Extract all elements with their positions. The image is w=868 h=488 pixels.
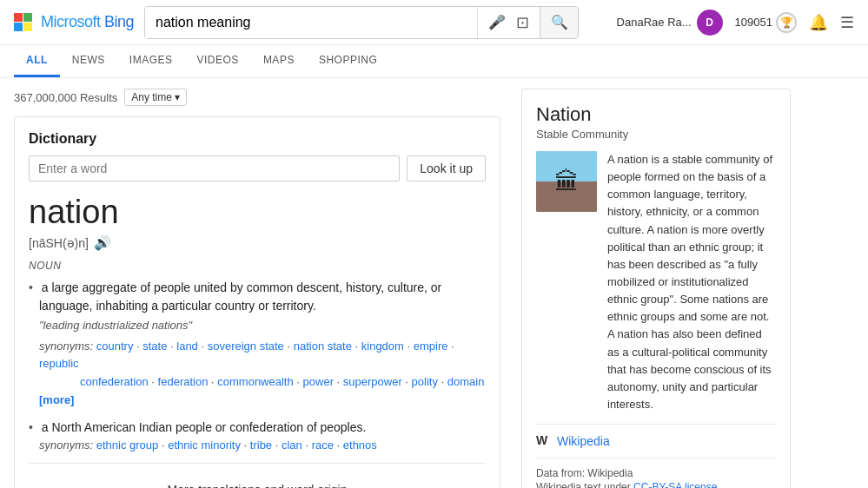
syn-kingdom[interactable]: kingdom [361,340,404,353]
anytime-label: Any time [131,91,172,103]
wiki-divider-2 [536,458,776,458]
syn-state[interactable]: state [142,340,167,353]
syn-clan[interactable]: clan [282,439,302,452]
search-icon-group: 🎤 ⊡ [477,7,540,38]
lookup-button[interactable]: Look it up [407,155,486,181]
avatar: D [697,10,723,36]
synonyms-label-2: synonyms: [39,439,96,452]
dictionary-box: Dictionary Look it up nation [nāSH(ə)n] … [14,116,500,488]
points-value: 109051 [735,16,772,29]
user-info: DanaRae Ra... D [617,10,723,36]
synonyms-label-1: synonyms: [39,340,96,353]
syn-commonwealth[interactable]: commonwealth [217,375,293,388]
tab-maps[interactable]: MAPS [251,45,307,77]
logo-microsoft: Microsoft [41,13,101,30]
synonyms-2: synonyms: ethnic group · ethnic minority… [39,437,486,455]
syn-sovereign-state[interactable]: sovereign state [208,340,284,353]
trophy-icon: 🏆 [776,12,797,33]
part-of-speech: NOUN [29,260,486,272]
hamburger-icon: ☰ [840,13,854,32]
more-synonyms-link[interactable]: [more] [39,393,74,406]
syn-race[interactable]: race [312,439,334,452]
syn-tribe[interactable]: tribe [250,439,272,452]
syn-country[interactable]: country [96,340,134,353]
pronunciation: [nāSH(ə)n] 🔊 [29,234,486,251]
synonyms-1: synonyms: country · state · land · sover… [39,338,486,410]
wiki-license: Wikipedia text under CC-BY-SA license [536,481,776,488]
syn-republic[interactable]: republic [39,357,79,370]
anytime-filter-button[interactable]: Any time ▾ [124,89,187,106]
notification-button[interactable]: 🔔 [809,13,828,32]
divider [29,463,486,464]
wiki-source-row: W Wikipedia [536,433,776,449]
tab-news[interactable]: NEWS [60,45,117,77]
menu-button[interactable]: ☰ [840,13,854,32]
tab-shopping[interactable]: SHOPPING [307,45,389,77]
header-right: DanaRae Ra... D 109051 🏆 🔔 ☰ [617,10,854,36]
results-meta: 367,000,000 Results Any time ▾ [14,89,500,106]
pronunciation-text: [nāSH(ə)n] [29,236,89,250]
definition-1: a large aggregate of people united by co… [29,279,486,410]
search-icon: 🔍 [551,14,568,30]
wiki-license-link[interactable]: CC-BY-SA license [633,481,717,488]
mic-icon: 🎤 [488,14,506,30]
wiki-license-text: Wikipedia text under [536,481,633,488]
header: Microsoft Bing 🎤 ⊡ 🔍 DanaRae Ra... D 109… [0,0,868,45]
wikipedia-link[interactable]: Wikipedia [557,434,610,448]
syn-empire[interactable]: empire [414,340,448,353]
syn-federation[interactable]: federation [158,375,209,388]
translations-link[interactable]: More translations and word origin [168,483,348,488]
microsoft-logo [14,13,32,31]
syn-ethnic-group[interactable]: ethnic group [96,439,159,452]
tab-all[interactable]: ALL [14,45,60,77]
dictionary-title: Dictionary [29,131,486,147]
bell-icon: 🔔 [809,13,828,32]
syn-superpower[interactable]: superpower [343,375,402,388]
example-1: "leading industrialized nations" [39,317,486,334]
syn-polity[interactable]: polity [412,375,438,388]
wikipedia-logo-icon: W [536,433,552,449]
search-input[interactable] [145,7,477,38]
wiki-description: A nation is a stable community of people… [607,151,776,413]
user-name: DanaRae Ra... [617,16,692,29]
tab-images[interactable]: IMAGES [117,45,185,77]
logo-area: Microsoft Bing [14,13,134,31]
tab-videos[interactable]: VIDEOS [185,45,251,77]
translations-row: More translations and word origin [29,472,486,488]
syn-power[interactable]: power [303,375,334,388]
dict-input-row: Look it up [29,155,486,181]
wiki-image-text: A nation is a stable community of people… [536,151,776,413]
visual-search-button[interactable]: ⊡ [514,11,531,34]
word-heading: nation [29,194,486,231]
definition-2-text: a North American Indian people or confed… [42,420,367,434]
definition-2: a North American Indian people or confed… [29,419,486,455]
search-button[interactable]: 🔍 [540,7,578,38]
sound-icon[interactable]: 🔊 [94,234,111,251]
points-badge: 109051 🏆 [735,12,797,33]
wiki-subtitle: Stable Community [536,128,776,141]
anytime-chevron-icon: ▾ [175,91,180,103]
syn-confederation[interactable]: confederation [80,375,149,388]
main-content: 367,000,000 Results Any time ▾ Dictionar… [0,78,868,488]
logo-text: Microsoft Bing [41,13,134,31]
wiki-divider [536,424,776,425]
wiki-data-from: Data from: Wikipedia [536,467,776,479]
word-input[interactable] [29,155,400,181]
results-count: 367,000,000 Results [14,91,117,104]
mic-button[interactable]: 🎤 [487,12,507,32]
syn-nation-state[interactable]: nation state [294,340,352,353]
left-column: 367,000,000 Results Any time ▾ Dictionar… [14,89,500,488]
syn-domain[interactable]: domain [447,375,485,388]
syn-ethnos[interactable]: ethnos [343,439,377,452]
logo-bing: Bing [104,13,134,30]
wiki-image [536,151,597,212]
search-bar[interactable]: 🎤 ⊡ 🔍 [144,6,579,39]
right-column: Nation Stable Community A nation is a st… [521,89,791,488]
syn-land[interactable]: land [176,340,198,353]
definition-1-text: a large aggregate of people united by co… [39,280,441,313]
syn-ethnic-minority[interactable]: ethnic minority [168,439,241,452]
visual-search-icon: ⊡ [516,13,529,32]
wiki-box: Nation Stable Community A nation is a st… [521,89,791,488]
wiki-title: Nation [536,103,776,126]
nav-tabs: ALL NEWS IMAGES VIDEOS MAPS SHOPPING [0,45,868,78]
